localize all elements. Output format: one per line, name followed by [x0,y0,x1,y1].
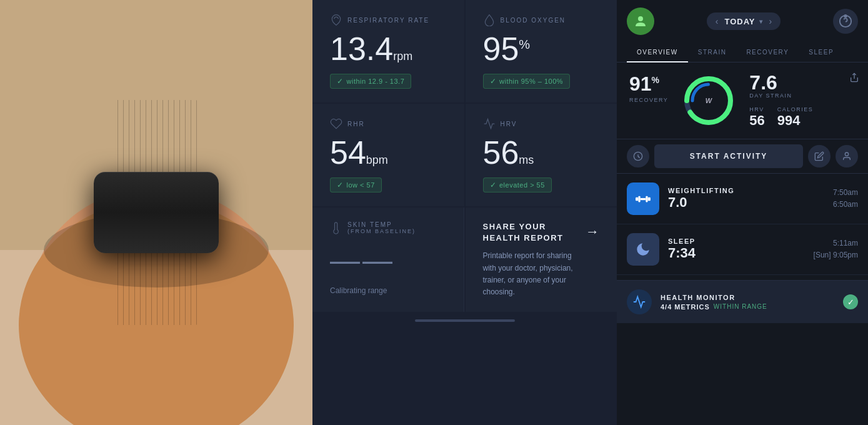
skin-temp-card: SKIN TEMP (FROM BASELINE) —— Calibrating… [312,208,464,312]
sleep-activity-item[interactable]: SLEEP 7:34 5:11am [Sun] 9:05pm [617,224,868,275]
band-body [94,172,219,253]
sidebar: ‹ TODAY ▾ › OVERVIEW STRAIN RECOVERY SLE… [617,0,868,425]
expand-button[interactable] [627,145,649,168]
prev-arrow-icon[interactable]: ‹ [716,16,719,26]
tab-sleep[interactable]: SLEEP [799,42,844,62]
share-content: SHARE YOURHEALTH REPORT Printable report… [483,221,576,298]
svg-rect-19 [641,198,646,200]
share-title: SHARE YOURHEALTH REPORT [483,221,576,244]
health-monitor-name: HEALTH MONITOR [661,294,834,301]
sleep-info: SLEEP 7:34 [668,238,805,261]
blood-oxygen-badge: ✓ within 95% – 100% [483,74,571,89]
health-monitor-status: 4/4 METRICS WITHIN RANGE [661,303,834,311]
strain-calories-section: 7.6 DAY STRAIN HRV 56 CALORIES 994 [749,72,856,129]
svg-rect-16 [648,198,651,201]
check-icon: ✓ [337,77,344,86]
date-nav-control[interactable]: ‹ TODAY ▾ › [707,12,781,30]
help-button[interactable] [833,9,858,34]
rhr-card: RHR 54bpm ✓ low < 57 [312,104,464,206]
donut-center: W [706,97,712,104]
band-bottom-strap [112,250,200,325]
day-strain-label: DAY STRAIN [749,92,856,99]
metrics-summary: 91% RECOVERY W 7.6 [617,62,868,139]
sleep-name: SLEEP [668,238,805,245]
hrv-small-value: 56 [749,112,764,128]
scroll-indicator [312,312,617,329]
hrv-card: HRV 56ms ✓ elevated > 55 [466,104,617,206]
tab-recovery[interactable]: RECOVERY [736,42,799,62]
skin-temp-label: SKIN TEMP (FROM BASELINE) [330,221,446,234]
calories-value: 994 [777,112,801,128]
svg-rect-17 [638,196,640,202]
recovery-label: RECOVERY [629,97,668,103]
next-arrow-icon[interactable]: › [769,16,772,26]
blood-oxygen-card: BLOOD OXYGEN 95% ✓ within 95% – 100% [466,0,617,102]
share-report-card[interactable]: SHARE YOURHEALTH REPORT Printable report… [466,208,617,312]
check-icon: ✓ [337,181,344,189]
nav-date-label: TODAY ▾ [724,17,762,26]
weightlifting-strain: 7.0 [668,194,824,211]
check-icon: ✓ [490,77,497,86]
svg-point-5 [638,16,643,21]
start-activity-button[interactable]: START ACTIVITY [654,144,803,168]
respiratory-rate-badge: ✓ within 12.9 - 13.7 [330,74,411,89]
svg-point-14 [845,152,848,156]
donut-logo: W [706,97,712,104]
edit-button[interactable] [808,145,831,168]
check-icon: ✓ [490,181,497,189]
metrics-summary-container: 91% RECOVERY W 7.6 [617,62,868,139]
sleep-time: 5:11am [Sun] 9:05pm [814,238,858,261]
hrv-badge: ✓ elevated > 55 [483,178,552,192]
blood-oxygen-label: BLOOD OXYGEN [483,14,600,26]
weightlifting-info: WEIGHTLIFTING 7.0 [668,187,824,211]
respiratory-rate-value: 13.4rpm [330,32,447,65]
health-monitor-metrics: 4/4 METRICS [661,303,710,311]
weightlifting-activity-item[interactable]: WEIGHTLIFTING 7.0 7:50am 6:50am [617,174,868,224]
tab-strain[interactable]: STRAIN [688,42,737,62]
svg-point-8 [844,15,847,18]
health-monitor-info: HEALTH MONITOR 4/4 METRICS WITHIN RANGE [661,294,834,311]
recovery-percent: 91% [629,72,668,96]
hrv-label: HRV [483,118,600,130]
weightlifting-icon-badge [627,182,659,215]
action-bar: START ACTIVITY [617,139,868,174]
respiratory-rate-label: RESPIRATORY RATE [330,14,447,26]
scroll-bar [415,319,515,322]
svg-rect-15 [636,198,638,201]
blood-oxygen-value: 95% [483,32,600,65]
whoop-band: WHOOP [94,100,219,325]
health-monitor-icon [627,289,652,314]
health-monitor-check-icon: ✓ [843,294,858,309]
hrv-value: 56ms [483,136,600,169]
svg-rect-18 [646,196,647,202]
weightlifting-name: WEIGHTLIFTING [668,187,824,194]
top-metrics-grid: RESPIRATORY RATE 13.4rpm ✓ within 12.9 -… [312,0,617,102]
sleep-duration: 7:34 [668,245,805,261]
skin-temp-dashes: —— [330,243,446,278]
rhr-value: 54bpm [330,136,447,169]
chevron-down-icon: ▾ [759,18,763,25]
recovery-section: 91% RECOVERY [629,72,668,103]
hrv-calories-row: HRV 56 CALORIES 994 [749,106,856,129]
share-icon[interactable] [849,72,859,85]
calibrating-text: Calibrating range [330,286,446,295]
rhr-label: RHR [330,118,447,130]
calories-block: CALORIES 994 [777,106,814,129]
health-monitor-range: WITHIN RANGE [714,303,767,310]
sleep-icon-badge [627,233,659,266]
avatar [627,8,654,35]
rhr-badge: ✓ low < 57 [330,178,382,192]
activity-list: WEIGHTLIFTING 7.0 7:50am 6:50am SLEEP 7:… [617,174,868,280]
hrv-small-label: HRV [749,106,764,112]
photo-panel: WHOOP [0,0,312,425]
weightlifting-time: 7:50am 6:50am [833,187,858,211]
respiratory-rate-card: RESPIRATORY RATE 13.4rpm ✓ within 12.9 -… [312,0,464,102]
day-strain-value: 7.6 [749,72,856,92]
sidebar-header: ‹ TODAY ▾ › [617,0,868,42]
tab-overview[interactable]: OVERVIEW [627,42,688,62]
person-button[interactable] [836,145,858,168]
health-monitor-bar[interactable]: HEALTH MONITOR 4/4 METRICS WITHIN RANGE … [617,280,868,323]
wrist-photo: WHOOP [0,0,312,425]
donut-chart: W [681,72,737,129]
share-arrow-icon[interactable]: → [586,224,599,240]
